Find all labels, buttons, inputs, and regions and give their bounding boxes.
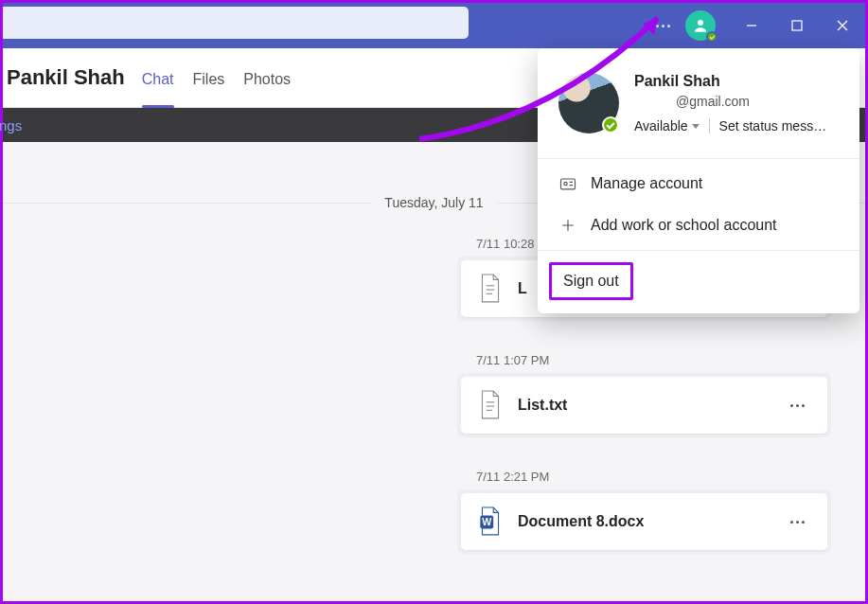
maximize-button[interactable] bbox=[774, 3, 820, 48]
minimize-button[interactable] bbox=[729, 3, 774, 48]
chat-title: Pankil Shah bbox=[7, 65, 125, 90]
file-attachment-card[interactable]: W Document 8.docx bbox=[457, 489, 831, 554]
pinned-strip-label: ngs bbox=[0, 117, 22, 133]
file-name-label: Document 8.docx bbox=[518, 513, 770, 530]
divider bbox=[538, 158, 859, 159]
menu-item-label: Add work or school account bbox=[591, 217, 777, 234]
message-group: 7/11 2:21 PM W Document 8.docx bbox=[457, 470, 831, 554]
profile-menu-flyout: Pankil Shah @gmail.com Available Set sta… bbox=[538, 48, 859, 313]
svg-text:W: W bbox=[482, 516, 492, 527]
tab-files[interactable]: Files bbox=[193, 48, 225, 107]
menu-item-label: Manage account bbox=[591, 175, 702, 192]
plus-icon bbox=[558, 216, 577, 235]
title-bar bbox=[3, 3, 865, 48]
message-timestamp: 7/11 1:07 PM bbox=[457, 353, 831, 367]
status-dropdown[interactable]: Available bbox=[634, 118, 700, 133]
tab-label: Files bbox=[193, 71, 225, 88]
svg-rect-2 bbox=[792, 21, 802, 30]
close-window-button[interactable] bbox=[820, 3, 865, 48]
id-card-icon bbox=[558, 174, 577, 193]
manage-account-item[interactable]: Manage account bbox=[538, 163, 859, 204]
presence-available-icon bbox=[706, 31, 717, 43]
tab-photos[interactable]: Photos bbox=[243, 48, 291, 107]
word-file-icon: W bbox=[478, 506, 503, 537]
message-timestamp: 7/11 2:21 PM bbox=[457, 470, 831, 484]
profile-large-avatar bbox=[558, 73, 619, 133]
text-file-icon bbox=[478, 274, 503, 304]
profile-avatar-button[interactable] bbox=[685, 10, 716, 41]
tab-chat[interactable]: Chat bbox=[142, 48, 174, 107]
message-group: 7/11 1:07 PM List.txt bbox=[457, 353, 831, 437]
sign-out-button[interactable]: Sign out bbox=[549, 262, 633, 300]
add-account-item[interactable]: Add work or school account bbox=[538, 204, 859, 246]
presence-available-icon bbox=[602, 116, 619, 133]
tab-label: Chat bbox=[142, 71, 174, 88]
profile-name: Pankil Shah bbox=[634, 73, 839, 90]
tab-list: Chat Files Photos bbox=[142, 48, 291, 107]
svg-point-14 bbox=[564, 182, 567, 185]
profile-email: @gmail.com bbox=[634, 94, 839, 109]
set-status-message-button[interactable]: Set status mess… bbox=[719, 118, 827, 133]
svg-rect-13 bbox=[561, 179, 576, 189]
file-more-button[interactable] bbox=[785, 399, 810, 413]
text-file-icon bbox=[478, 390, 503, 420]
divider bbox=[538, 250, 859, 251]
date-divider-label: Tuesday, July 11 bbox=[371, 195, 496, 210]
search-area[interactable] bbox=[3, 7, 469, 39]
svg-point-0 bbox=[698, 20, 703, 26]
tab-label: Photos bbox=[243, 71, 291, 88]
person-icon bbox=[692, 17, 709, 34]
file-name-label: List.txt bbox=[518, 397, 770, 414]
file-more-button[interactable] bbox=[785, 515, 810, 529]
file-attachment-card[interactable]: List.txt bbox=[457, 373, 831, 437]
status-label: Available bbox=[634, 118, 688, 133]
separator bbox=[709, 118, 710, 133]
more-options-button[interactable] bbox=[647, 3, 680, 48]
